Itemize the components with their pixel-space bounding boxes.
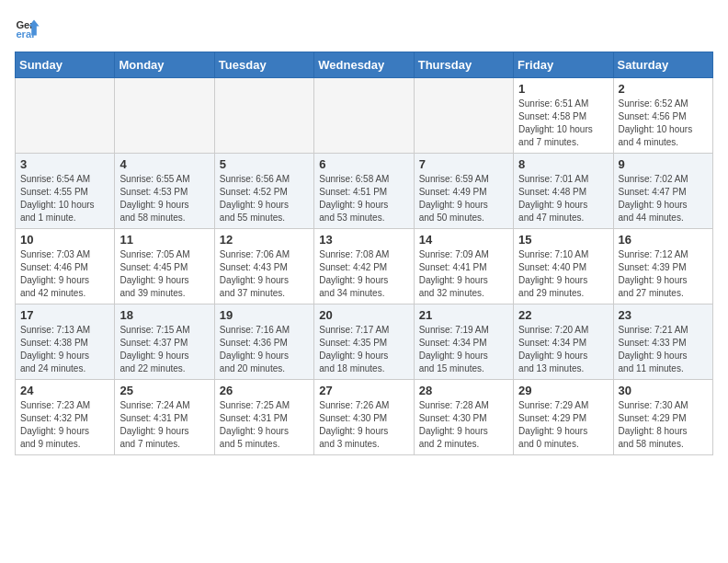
- col-header-friday: Friday: [514, 52, 613, 78]
- col-header-wednesday: Wednesday: [314, 52, 414, 78]
- col-header-tuesday: Tuesday: [214, 52, 313, 78]
- day-info: Sunrise: 6:56 AM Sunset: 4:52 PM Dayligh…: [220, 173, 309, 224]
- calendar-cell: 11Sunrise: 7:05 AM Sunset: 4:45 PM Dayli…: [115, 229, 214, 304]
- calendar-cell: 19Sunrise: 7:16 AM Sunset: 4:36 PM Dayli…: [214, 304, 313, 380]
- day-info: Sunrise: 7:10 AM Sunset: 4:40 PM Dayligh…: [518, 248, 608, 300]
- calendar-cell: 26Sunrise: 7:25 AM Sunset: 4:31 PM Dayli…: [214, 380, 313, 455]
- day-number: 7: [419, 157, 508, 171]
- calendar-week-3: 10Sunrise: 7:03 AM Sunset: 4:46 PM Dayli…: [16, 229, 713, 304]
- calendar-cell: 4Sunrise: 6:55 AM Sunset: 4:53 PM Daylig…: [115, 154, 214, 229]
- day-number: 6: [319, 157, 408, 171]
- calendar-cell: 9Sunrise: 7:02 AM Sunset: 4:47 PM Daylig…: [613, 154, 712, 229]
- calendar-cell: 24Sunrise: 7:23 AM Sunset: 4:32 PM Dayli…: [16, 380, 115, 455]
- day-number: 5: [220, 157, 309, 171]
- day-info: Sunrise: 7:20 AM Sunset: 4:34 PM Dayligh…: [518, 324, 608, 375]
- day-number: 25: [119, 384, 209, 397]
- day-number: 19: [220, 308, 309, 322]
- day-info: Sunrise: 6:59 AM Sunset: 4:49 PM Dayligh…: [419, 173, 508, 224]
- day-info: Sunrise: 7:17 AM Sunset: 4:35 PM Dayligh…: [319, 324, 408, 375]
- col-header-sunday: Sunday: [16, 52, 115, 78]
- calendar-cell: 22Sunrise: 7:20 AM Sunset: 4:34 PM Dayli…: [514, 304, 613, 380]
- day-number: 22: [518, 308, 608, 322]
- day-number: 15: [518, 233, 608, 247]
- day-info: Sunrise: 7:13 AM Sunset: 4:38 PM Dayligh…: [20, 324, 109, 375]
- day-info: Sunrise: 6:51 AM Sunset: 4:58 PM Dayligh…: [518, 98, 608, 149]
- day-number: 28: [419, 384, 508, 397]
- calendar-cell: [414, 78, 513, 154]
- calendar-cell: 29Sunrise: 7:29 AM Sunset: 4:29 PM Dayli…: [514, 380, 613, 455]
- calendar-header-row: SundayMondayTuesdayWednesdayThursdayFrid…: [16, 52, 713, 78]
- calendar-cell: 5Sunrise: 6:56 AM Sunset: 4:52 PM Daylig…: [214, 154, 313, 229]
- logo-icon: Gen eral: [15, 15, 40, 40]
- calendar-cell: 21Sunrise: 7:19 AM Sunset: 4:34 PM Dayli…: [414, 304, 513, 380]
- calendar-cell: 14Sunrise: 7:09 AM Sunset: 4:41 PM Dayli…: [414, 229, 513, 304]
- day-info: Sunrise: 7:19 AM Sunset: 4:34 PM Dayligh…: [419, 324, 508, 375]
- calendar-cell: 10Sunrise: 7:03 AM Sunset: 4:46 PM Dayli…: [16, 229, 115, 304]
- day-info: Sunrise: 6:52 AM Sunset: 4:56 PM Dayligh…: [619, 98, 708, 149]
- day-number: 21: [419, 308, 508, 322]
- day-info: Sunrise: 7:05 AM Sunset: 4:45 PM Dayligh…: [119, 248, 209, 300]
- day-info: Sunrise: 7:12 AM Sunset: 4:39 PM Dayligh…: [619, 248, 708, 300]
- day-info: Sunrise: 7:25 AM Sunset: 4:31 PM Dayligh…: [220, 399, 309, 451]
- day-number: 10: [20, 233, 109, 247]
- calendar-cell: 13Sunrise: 7:08 AM Sunset: 4:42 PM Dayli…: [314, 229, 414, 304]
- calendar-cell: [115, 78, 214, 154]
- calendar-cell: [16, 78, 115, 154]
- day-number: 16: [619, 233, 708, 247]
- day-info: Sunrise: 7:26 AM Sunset: 4:30 PM Dayligh…: [319, 399, 408, 451]
- day-info: Sunrise: 6:54 AM Sunset: 4:55 PM Dayligh…: [20, 173, 109, 224]
- day-info: Sunrise: 7:29 AM Sunset: 4:29 PM Dayligh…: [518, 399, 608, 451]
- day-number: 29: [518, 384, 608, 397]
- day-info: Sunrise: 6:55 AM Sunset: 4:53 PM Dayligh…: [119, 173, 209, 224]
- calendar-cell: 20Sunrise: 7:17 AM Sunset: 4:35 PM Dayli…: [314, 304, 414, 380]
- calendar-cell: 28Sunrise: 7:28 AM Sunset: 4:30 PM Dayli…: [414, 380, 513, 455]
- logo: Gen eral: [15, 15, 44, 40]
- calendar-week-4: 17Sunrise: 7:13 AM Sunset: 4:38 PM Dayli…: [16, 304, 713, 380]
- day-number: 4: [119, 157, 209, 171]
- calendar-cell: 15Sunrise: 7:10 AM Sunset: 4:40 PM Dayli…: [514, 229, 613, 304]
- day-info: Sunrise: 7:15 AM Sunset: 4:37 PM Dayligh…: [119, 324, 209, 375]
- day-info: Sunrise: 7:02 AM Sunset: 4:47 PM Dayligh…: [619, 173, 708, 224]
- day-info: Sunrise: 7:09 AM Sunset: 4:41 PM Dayligh…: [419, 248, 508, 300]
- calendar-cell: 30Sunrise: 7:30 AM Sunset: 4:29 PM Dayli…: [613, 380, 712, 455]
- calendar-cell: 7Sunrise: 6:59 AM Sunset: 4:49 PM Daylig…: [414, 154, 513, 229]
- day-number: 13: [319, 233, 408, 247]
- calendar-cell: 25Sunrise: 7:24 AM Sunset: 4:31 PM Dayli…: [115, 380, 214, 455]
- day-number: 23: [619, 308, 708, 322]
- day-info: Sunrise: 6:58 AM Sunset: 4:51 PM Dayligh…: [319, 173, 408, 224]
- day-info: Sunrise: 7:23 AM Sunset: 4:32 PM Dayligh…: [20, 399, 109, 451]
- day-number: 8: [518, 157, 608, 171]
- col-header-monday: Monday: [115, 52, 214, 78]
- day-number: 3: [20, 157, 109, 171]
- day-number: 9: [619, 157, 708, 171]
- day-info: Sunrise: 7:24 AM Sunset: 4:31 PM Dayligh…: [119, 399, 209, 451]
- day-number: 14: [419, 233, 508, 247]
- day-number: 11: [119, 233, 209, 247]
- day-info: Sunrise: 7:08 AM Sunset: 4:42 PM Dayligh…: [319, 248, 408, 300]
- day-number: 24: [20, 384, 109, 397]
- day-info: Sunrise: 7:01 AM Sunset: 4:48 PM Dayligh…: [518, 173, 608, 224]
- day-number: 1: [518, 82, 608, 96]
- page-header: Gen eral: [15, 15, 713, 40]
- day-number: 17: [20, 308, 109, 322]
- calendar-cell: 2Sunrise: 6:52 AM Sunset: 4:56 PM Daylig…: [613, 78, 712, 154]
- calendar-week-5: 24Sunrise: 7:23 AM Sunset: 4:32 PM Dayli…: [16, 380, 713, 455]
- day-number: 20: [319, 308, 408, 322]
- col-header-thursday: Thursday: [414, 52, 513, 78]
- calendar-cell: 18Sunrise: 7:15 AM Sunset: 4:37 PM Dayli…: [115, 304, 214, 380]
- calendar-table: SundayMondayTuesdayWednesdayThursdayFrid…: [15, 52, 713, 455]
- day-number: 18: [119, 308, 209, 322]
- calendar-cell: [314, 78, 414, 154]
- calendar-cell: 1Sunrise: 6:51 AM Sunset: 4:58 PM Daylig…: [514, 78, 613, 154]
- calendar-cell: 27Sunrise: 7:26 AM Sunset: 4:30 PM Dayli…: [314, 380, 414, 455]
- calendar-week-2: 3Sunrise: 6:54 AM Sunset: 4:55 PM Daylig…: [16, 154, 713, 229]
- day-info: Sunrise: 7:21 AM Sunset: 4:33 PM Dayligh…: [619, 324, 708, 375]
- day-info: Sunrise: 7:03 AM Sunset: 4:46 PM Dayligh…: [20, 248, 109, 300]
- day-info: Sunrise: 7:28 AM Sunset: 4:30 PM Dayligh…: [419, 399, 508, 451]
- day-info: Sunrise: 7:16 AM Sunset: 4:36 PM Dayligh…: [220, 324, 309, 375]
- day-number: 30: [619, 384, 708, 397]
- col-header-saturday: Saturday: [613, 52, 712, 78]
- day-number: 26: [220, 384, 309, 397]
- day-number: 27: [319, 384, 408, 397]
- day-number: 12: [220, 233, 309, 247]
